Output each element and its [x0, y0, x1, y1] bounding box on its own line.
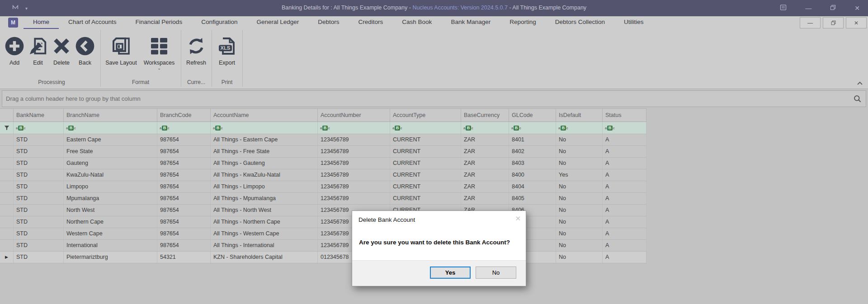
tab-financial-periods[interactable]: Financial Periods: [126, 16, 192, 29]
table-row-gauteng[interactable]: STDGauteng987654All Things - Gauteng1234…: [0, 158, 646, 169]
dialog-close-icon[interactable]: ✕: [515, 215, 521, 223]
cell-branchcode: 987654: [157, 169, 211, 181]
ribbon-close-icon[interactable]: ✕: [846, 17, 867, 28]
column-header-accounttype[interactable]: AccountType: [390, 109, 461, 122]
abc-filter-type-icon[interactable]: aBc: [66, 126, 75, 131]
filter-cell-glcode[interactable]: aBc: [509, 122, 556, 134]
workspaces-button[interactable]: Workspaces⌄: [141, 33, 177, 70]
tab-creditors[interactable]: Creditors: [349, 16, 393, 29]
tab-chart-of-accounts[interactable]: Chart of Accounts: [59, 16, 126, 29]
abc-filter-type-icon[interactable]: aBc: [558, 126, 568, 131]
cell-status: A: [603, 146, 646, 157]
tab-bank-manager[interactable]: Bank Manager: [441, 16, 500, 29]
table-row-northern-cape[interactable]: STDNorthern Cape987654All Things - North…: [0, 216, 646, 228]
app-tile-icon[interactable]: M: [8, 18, 18, 28]
abc-filter-type-icon[interactable]: aBc: [160, 126, 169, 131]
cell-branchname: Free State: [64, 146, 157, 157]
cell-accounttype: CURRENT: [390, 134, 461, 145]
cell-accountname: All Things - Free State: [211, 146, 318, 157]
cell-accountname: KZN - Shareholders Capital: [211, 252, 318, 263]
search-icon[interactable]: [853, 94, 862, 105]
column-header-isdefault[interactable]: IsDefault: [556, 109, 603, 122]
abc-filter-type-icon[interactable]: aBc: [605, 126, 614, 131]
cell-status: A: [603, 134, 646, 145]
chevron-down-icon[interactable]: ⌄: [141, 66, 177, 70]
cell-bankname: STD: [14, 134, 64, 145]
filter-cell-bankname[interactable]: aBc: [14, 122, 64, 134]
column-header-branchcode[interactable]: BranchCode: [157, 109, 211, 122]
yes-button[interactable]: Yes: [430, 267, 471, 279]
cell-accounttype: CURRENT: [390, 146, 461, 157]
filter-cell-branchname[interactable]: aBc: [64, 122, 157, 134]
export-button[interactable]: XLSExport: [212, 33, 241, 66]
filter-cell-status[interactable]: aBc: [603, 122, 646, 134]
cell-bankname: STD: [14, 158, 64, 169]
abc-filter-type-icon[interactable]: aBc: [320, 126, 330, 131]
column-header-basecurrency[interactable]: BaseCurrency: [461, 109, 509, 122]
column-header-glcode[interactable]: GLCode: [509, 109, 556, 122]
table-row-pietermariztburg[interactable]: ▶STDPietermariztburg54321KZN - Sharehold…: [0, 252, 646, 263]
group-by-panel[interactable]: Drag a column header here to group by th…: [2, 90, 866, 107]
tab-debtors-collection[interactable]: Debtors Collection: [546, 16, 614, 29]
tab-configuration[interactable]: Configuration: [192, 16, 247, 29]
filter-cell-accounttype[interactable]: aBc: [390, 122, 461, 134]
tab-general-ledger[interactable]: General Ledger: [247, 16, 308, 29]
ribbon-button-label: Workspaces: [141, 60, 177, 66]
menu-bar: M HomeChart of AccountsFinancial Periods…: [0, 16, 868, 29]
tab-debtors[interactable]: Debtors: [308, 16, 349, 29]
table-row-western-cape[interactable]: STDWestern Cape987654All Things - Wester…: [0, 228, 646, 240]
column-header-branchname[interactable]: BranchName: [64, 109, 157, 122]
column-header-accountname[interactable]: AccountName: [211, 109, 318, 122]
abc-filter-type-icon[interactable]: aBc: [392, 126, 402, 131]
abc-filter-type-icon[interactable]: aBc: [213, 126, 222, 131]
table-row-free-state[interactable]: STDFree State987654All Things - Free Sta…: [0, 146, 646, 158]
row-indicator-cell: [0, 228, 14, 239]
ribbon-group-label: Print: [212, 79, 242, 85]
cell-branchcode: 987654: [157, 158, 211, 169]
column-header-status[interactable]: Status: [603, 109, 646, 122]
filter-cell-isdefault[interactable]: aBc: [556, 122, 603, 134]
column-header-accountnumber[interactable]: AccountNumber: [318, 109, 390, 122]
filter-cell-accountnumber[interactable]: aBc: [318, 122, 390, 134]
filter-cell-branchcode[interactable]: aBc: [157, 122, 211, 134]
dialog-title: Delete Bank Account: [359, 216, 415, 223]
ribbon-restore-icon[interactable]: [823, 17, 844, 28]
column-header-bankname[interactable]: BankName: [14, 109, 64, 122]
cell-isdefault: Yes: [556, 169, 603, 181]
refresh-button[interactable]: Refresh: [182, 33, 211, 66]
cell-isdefault: No: [556, 134, 603, 145]
tab-cash-book[interactable]: Cash Book: [392, 16, 441, 29]
back-button[interactable]: Back: [71, 33, 99, 66]
save-layout-button[interactable]: Save Layout: [102, 33, 141, 66]
table-row-eastern-cape[interactable]: STDEastern Cape987654All Things - Easter…: [0, 134, 646, 146]
abc-filter-type-icon[interactable]: aBc: [463, 126, 473, 131]
abc-filter-type-icon[interactable]: aBc: [16, 126, 25, 131]
keyboard-panel-icon[interactable]: [779, 4, 787, 13]
filter-cell-accountname[interactable]: aBc: [211, 122, 318, 134]
cell-status: A: [603, 205, 646, 216]
table-row-international[interactable]: STDInternational987654All Things - Inter…: [0, 240, 646, 252]
close-icon[interactable]: ✕: [854, 5, 860, 11]
tab-utilities[interactable]: Utilities: [614, 16, 653, 29]
no-button[interactable]: No: [476, 267, 516, 279]
minimize-icon[interactable]: —: [805, 5, 811, 11]
cell-accountnumber: 123456789: [318, 181, 390, 192]
table-row-north-west[interactable]: STDNorth West987654All Things - North We…: [0, 205, 646, 216]
collapse-ribbon-icon[interactable]: [856, 80, 863, 88]
filter-cell-basecurrency[interactable]: aBc: [461, 122, 509, 134]
ribbon-minimize-icon[interactable]: —: [800, 17, 821, 28]
cell-accountnumber: 123456789: [318, 146, 390, 157]
filter-funnel-icon[interactable]: [0, 122, 14, 134]
restore-icon[interactable]: [830, 4, 836, 13]
abc-filter-type-icon[interactable]: aBc: [511, 126, 521, 131]
cell-branchcode: 987654: [157, 134, 211, 145]
ribbon-toolbar: ProcessingFormatCurre...PrintAddEditDele…: [0, 29, 868, 89]
cell-isdefault: No: [556, 158, 603, 169]
tab-home[interactable]: Home: [24, 16, 59, 29]
table-row-mpumalanga[interactable]: STDMpumalanga987654All Things - Mpumalan…: [0, 193, 646, 205]
cell-accountname: All Things - Mpumalanga: [211, 193, 318, 204]
row-indicator-cell: [0, 240, 14, 251]
table-row-limpopo[interactable]: STDLimpopo987654All Things - Limpopo1234…: [0, 181, 646, 193]
table-row-kwazulu-natal[interactable]: STDKwaZulu-Natal987654All Things - KwaZu…: [0, 169, 646, 181]
tab-reporting[interactable]: Reporting: [500, 16, 546, 29]
